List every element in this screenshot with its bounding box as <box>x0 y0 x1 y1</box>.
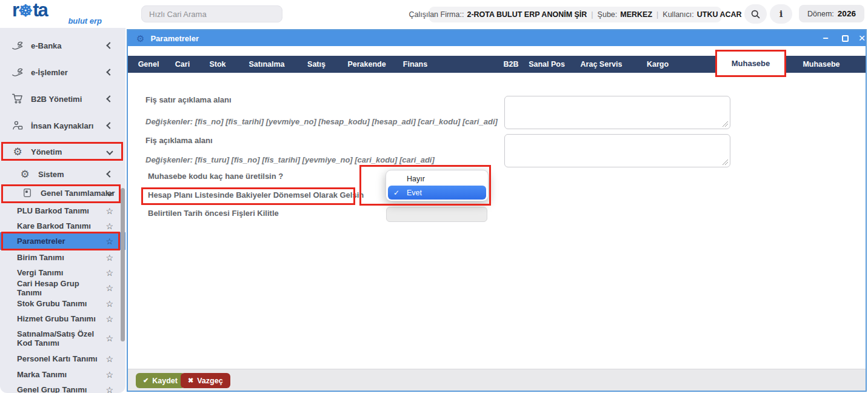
sidebar-item-sistem[interactable]: ⚙ Sistem <box>0 165 125 183</box>
belirtilen-tarih-input[interactable] <box>386 207 487 222</box>
hand-leaf-icon <box>11 39 24 52</box>
dropdown-option-evet[interactable]: ✓Evet <box>388 186 486 200</box>
tab-perakende[interactable]: Perakende <box>347 56 386 73</box>
sidebar-item-label: Parametreler <box>17 237 101 246</box>
sidebar-item-kare-barkod-tanimi[interactable]: Kare Barkod Tanımı ☆ <box>0 218 125 233</box>
sidebar-item-birim-tanimi[interactable]: Birim Tanımı ☆ <box>0 250 125 265</box>
tab-genel[interactable]: Genel <box>138 56 159 73</box>
fis-satir-aciklama-label: Fiş satır açıklama alanı <box>145 95 232 104</box>
sidebar-item-insan-kaynaklari[interactable]: İnsan Kaynakları <box>0 115 125 136</box>
chevron-left-icon <box>106 170 113 177</box>
sidebar-item-label: Personel Kartı Tanımı <box>17 354 101 363</box>
tab-sanal-pos[interactable]: Sanal Pos <box>529 56 565 73</box>
muhasebe-kodu-hane-label: Muhasebe kodu kaç hane üretilsin ? <box>148 172 283 181</box>
quick-search-input[interactable] <box>141 5 282 22</box>
tab-stok[interactable]: Stok <box>209 56 225 73</box>
check-icon: ✔ <box>143 377 149 385</box>
maximize-button[interactable] <box>837 30 853 46</box>
sidebar-item-e-islemler[interactable]: e-İşlemler <box>0 62 125 82</box>
sidebar-item-marka-tanimi[interactable]: Marka Tanımı ☆ <box>0 367 125 382</box>
period-label: Dönem: <box>807 10 834 18</box>
sidebar-item-yonetim[interactable]: ⚙ Yönetim <box>0 141 125 162</box>
sidebar-item-genel-tanimlamalar[interactable]: Genel Tanımlamalar <box>0 184 125 202</box>
search-button[interactable] <box>744 4 767 24</box>
period-selector[interactable]: Dönem: 2026 <box>799 5 864 22</box>
hr-person-icon <box>11 119 24 132</box>
sidebar-item-label: e-Banka <box>31 41 62 50</box>
chevron-left-icon <box>106 42 113 49</box>
cancel-button[interactable]: ✖Vazgeç <box>181 373 230 388</box>
fis-satir-aciklama-textarea[interactable] <box>504 96 730 129</box>
sidebar-item-label: Stok Grubu Tanımı <box>17 299 101 308</box>
sidebar-item-plu-barkod-tanimi[interactable]: PLU Barkod Tanımı ☆ <box>0 203 125 218</box>
tab-e-ticaret[interactable]: Muhasebe <box>803 56 840 73</box>
tab-arac-servis[interactable]: Araç Servis <box>581 56 623 73</box>
info-icon: i <box>780 8 783 19</box>
sidebar-scrollbar[interactable] <box>121 188 125 341</box>
star-icon[interactable]: ☆ <box>105 283 113 293</box>
star-icon[interactable]: ☆ <box>105 370 113 380</box>
option-label: Evet <box>407 189 422 197</box>
chevron-left-icon <box>106 122 113 129</box>
sidebar-item-hizmet-grubu-tanimi[interactable]: Hizmet Grubu Tanımı ☆ <box>0 311 125 326</box>
sidebar-item-label: Birim Tanımı <box>17 253 101 262</box>
star-icon[interactable]: ☆ <box>105 314 113 324</box>
hand-leaf-icon <box>11 66 24 78</box>
sidebar-item-parametreler[interactable]: Parametreler ☆ <box>0 232 125 250</box>
star-icon[interactable]: ☆ <box>105 299 113 309</box>
cart-icon <box>11 93 24 105</box>
sidebar-item-e-banka[interactable]: e-Banka <box>0 35 125 56</box>
tab-finans[interactable]: Finans <box>403 56 427 73</box>
app-logo[interactable]: r☸ta bulut erp <box>12 1 109 25</box>
chevron-down-icon <box>106 148 113 155</box>
sidebar-item-vergi-tanimi[interactable]: Vergi Tanımı ☆ <box>0 265 125 280</box>
sidebar-item-label: Vergi Tanımı <box>17 268 101 277</box>
gear-icon: ⚙ <box>11 147 24 157</box>
close-button[interactable]: × <box>854 30 868 46</box>
star-icon[interactable]: ☆ <box>105 253 113 263</box>
tab-cari[interactable]: Cari <box>175 56 190 73</box>
app-header: r☸ta bulut erp Çalışılan Firma:: 2-ROTA … <box>0 0 868 28</box>
fis-degiskenler-text: Değişkenler: [fis_turu] [fis_no] [fis_ta… <box>145 155 435 164</box>
check-icon: ✓ <box>393 189 403 197</box>
ship-wheel-icon: ☸ <box>18 2 33 20</box>
fis-aciklama-textarea[interactable] <box>504 134 730 167</box>
separator: | <box>655 10 659 19</box>
window-titlebar[interactable]: ⚙ Parametreler <box>128 30 866 46</box>
star-icon[interactable]: ☆ <box>105 221 113 231</box>
sidebar-item-b2b-yonetimi[interactable]: B2B Yönetimi <box>0 89 125 109</box>
minimize-icon: – <box>823 33 829 44</box>
sidebar-item-stok-grubu-tanimi[interactable]: Stok Grubu Tanımı ☆ <box>0 296 125 311</box>
star-icon[interactable]: ☆ <box>105 268 113 278</box>
tab-kargo[interactable]: Kargo <box>647 56 669 73</box>
sidebar-item-genel-grup-tanimi[interactable]: Genel Grup Tanımı ☆ <box>0 382 125 393</box>
sidebar-item-label: Cari Hesap Grup Tanımı <box>17 279 101 297</box>
sidebar-item-label: Satınalma/Satış Özel Kod Tanımı <box>17 329 101 348</box>
tab-satinalma[interactable]: Satınalma <box>249 56 284 73</box>
sidebar-item-personel-karti-tanimi[interactable]: Personel Kartı Tanımı ☆ <box>0 351 125 366</box>
sidebar-item-cari-hesap-grup-tanimi[interactable]: Cari Hesap Grup Tanımı ☆ <box>0 280 125 295</box>
period-value: 2026 <box>838 9 856 18</box>
tab-satis[interactable]: Satış <box>307 56 326 73</box>
save-button[interactable]: ✔Kaydet <box>136 373 185 388</box>
fis-satir-degiskenler-text: Değişkenler: [fis_no] [fis_tarihi] [yevm… <box>145 117 498 126</box>
info-button[interactable]: i <box>770 4 792 24</box>
save-label: Kaydet <box>152 377 178 385</box>
sidebar-item-satinalma-satis-ozel-kod-tanimi[interactable]: Satınalma/Satış Özel Kod Tanımı ☆ <box>0 326 125 351</box>
dropdown-option-hayir[interactable]: Hayır <box>386 172 488 186</box>
star-icon[interactable]: ☆ <box>105 385 113 393</box>
tab-muhasebe-active[interactable]: Muhasebe <box>715 50 786 77</box>
user-label: Kullanıcı: <box>663 10 693 19</box>
star-icon[interactable]: ☆ <box>105 354 113 364</box>
gear-icon: ⚙ <box>136 34 144 43</box>
minimize-button[interactable]: – <box>818 30 833 46</box>
star-icon[interactable]: ☆ <box>105 206 113 216</box>
star-icon[interactable]: ☆ <box>105 237 113 246</box>
x-icon: ✖ <box>188 377 193 385</box>
window-footer: ✔Kaydet ✖Vazgeç <box>128 369 866 391</box>
branch-value: MERKEZ <box>620 10 652 19</box>
sidebar-item-label: PLU Barkod Tanımı <box>17 206 101 215</box>
tab-label: Muhasebe <box>732 59 770 68</box>
tab-b2b[interactable]: B2B <box>503 56 518 73</box>
star-icon[interactable]: ☆ <box>105 334 113 343</box>
